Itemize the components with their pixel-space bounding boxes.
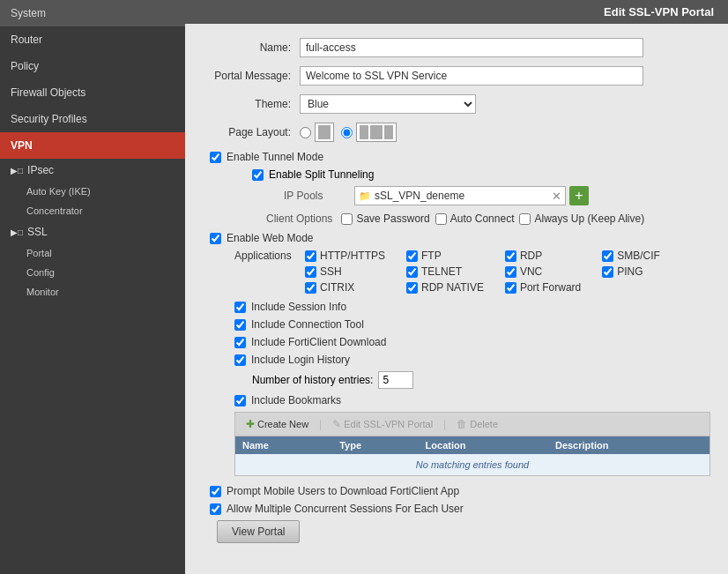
apps-col-4: SMB/CIF PING: [602, 250, 660, 294]
sidebar-group-ssl[interactable]: ▶□ SSL: [0, 220, 185, 243]
edit-icon: ✎: [332, 418, 341, 430]
layout-option-1[interactable]: [300, 123, 334, 142]
app-ping-checkbox[interactable]: [602, 266, 613, 278]
ip-field-inner: 📁 sSL_VPN_deneme: [355, 190, 548, 202]
include-login-row: Include Login History: [234, 354, 710, 366]
layout-radio-1[interactable]: [300, 127, 311, 138]
app-ssh: SSH: [305, 265, 385, 278]
always-up-label: Always Up (Keep Alive): [534, 212, 644, 225]
sidebar-item-policy[interactable]: Policy: [0, 53, 185, 79]
create-new-button[interactable]: ✚ Create New: [242, 416, 312, 432]
plus-icon: ✚: [246, 418, 255, 430]
ip-pool-clear-button[interactable]: ✕: [548, 190, 565, 203]
app-citrix-checkbox[interactable]: [305, 282, 316, 294]
split-tunnel-checkbox[interactable]: [252, 169, 264, 181]
app-port-forward-label: Port Forward: [520, 281, 581, 294]
portal-message-input[interactable]: [300, 66, 643, 86]
include-bookmarks-label: Include Bookmarks: [251, 394, 341, 406]
app-http-checkbox[interactable]: [305, 250, 316, 262]
app-ssh-checkbox[interactable]: [305, 266, 316, 278]
bookmarks-section: ✚ Create New | ✎ Edit SSL-VPN Portal | 🗑…: [234, 412, 710, 476]
folder-icon: 📁: [359, 190, 371, 202]
name-input[interactable]: [300, 38, 643, 57]
name-label: Name:: [203, 41, 300, 54]
page-layout-row: Page Layout:: [203, 123, 710, 142]
history-entries-input[interactable]: [378, 371, 413, 389]
sidebar-item-config[interactable]: Config: [0, 263, 185, 282]
client-options-label: Client Options: [266, 212, 332, 225]
bookmarks-table: Name Type Location Description No matchi…: [234, 436, 710, 476]
always-up-option: Always Up (Keep Alive): [519, 212, 644, 225]
sidebar-item-security-profiles[interactable]: Security Profiles: [0, 106, 185, 132]
app-smb-checkbox[interactable]: [602, 250, 613, 262]
enable-tunnel-checkbox[interactable]: [210, 152, 221, 163]
auto-connect-option: Auto Connect: [435, 212, 515, 225]
save-password-checkbox[interactable]: [341, 213, 353, 225]
app-telnet-checkbox[interactable]: [406, 266, 418, 278]
sidebar-item-portal[interactable]: Portal: [0, 243, 185, 263]
enable-tunnel-row: Enable Tunnel Mode: [203, 151, 710, 163]
include-forticlient-label: Include FortiClient Download: [251, 336, 386, 348]
apps-col-1: HTTP/HTTPS SSH CITRIX: [305, 250, 385, 294]
theme-select[interactable]: Blue Green Red: [300, 94, 476, 114]
split-tunnel-label: Enable Split Tunneling: [269, 168, 374, 181]
edit-button[interactable]: ✎ Edit SSL-VPN Portal: [329, 416, 436, 432]
create-new-label: Create New: [257, 419, 308, 429]
app-ftp-checkbox[interactable]: [406, 250, 418, 262]
auto-connect-checkbox[interactable]: [435, 213, 447, 225]
sidebar-ssl-label: SSL: [27, 226, 48, 238]
separator-2: |: [443, 418, 446, 430]
split-tunnel-row: Enable Split Tunneling IP Pools 📁 sSL_VP…: [252, 168, 710, 225]
app-vnc-checkbox[interactable]: [505, 266, 516, 278]
include-session-checkbox[interactable]: [234, 302, 246, 313]
app-telnet: TELNET: [406, 265, 484, 278]
layout-block-small-1: [360, 125, 368, 139]
sidebar-item-router[interactable]: Router: [0, 26, 185, 53]
include-forticlient-checkbox[interactable]: [234, 337, 246, 348]
app-vnc-label: VNC: [520, 265, 542, 278]
sidebar-item-concentrator[interactable]: Concentrator: [0, 201, 185, 220]
layout-options: [300, 123, 397, 142]
include-login-checkbox[interactable]: [234, 354, 246, 366]
enable-web-mode-row: Enable Web Mode: [203, 232, 710, 244]
enable-web-mode-checkbox[interactable]: [210, 233, 221, 244]
view-portal-button[interactable]: View Portal: [217, 520, 300, 543]
include-bookmarks-checkbox[interactable]: [234, 395, 246, 406]
include-connection-label: Include Connection Tool: [251, 318, 364, 331]
include-connection-row: Include Connection Tool: [234, 318, 710, 331]
save-password-label: Save Password: [356, 212, 429, 225]
sidebar-group-ipsec[interactable]: ▶□ IPsec: [0, 159, 185, 182]
page-layout-label: Page Layout:: [203, 126, 300, 138]
sidebar-item-auto-key[interactable]: Auto Key (IKE): [0, 182, 185, 201]
allow-concurrent-checkbox[interactable]: [210, 503, 221, 515]
app-smb-label: SMB/CIF: [617, 250, 660, 262]
app-smb: SMB/CIF: [602, 250, 660, 262]
sidebar-item-system[interactable]: System: [0, 0, 185, 26]
app-port-forward: Port Forward: [505, 281, 581, 294]
sidebar-item-firewall-objects[interactable]: Firewall Objects: [0, 79, 185, 106]
include-session-row: Include Session Info: [234, 301, 710, 313]
include-bookmarks-row: Include Bookmarks: [234, 394, 710, 406]
layout-block: [318, 125, 331, 139]
sidebar-item-monitor[interactable]: Monitor: [0, 282, 185, 302]
history-entries-label: Number of history entries:: [252, 374, 373, 386]
app-rdp-checkbox[interactable]: [505, 250, 516, 262]
prompt-mobile-checkbox[interactable]: [210, 486, 221, 497]
app-rdp-native-checkbox[interactable]: [406, 282, 418, 294]
portal-message-row: Portal Message:: [203, 66, 710, 86]
app-ftp: FTP: [406, 250, 484, 262]
sidebar-section-vpn[interactable]: VPN: [0, 132, 185, 159]
delete-button[interactable]: 🗑 Delete: [453, 416, 501, 432]
app-ftp-label: FTP: [421, 250, 442, 262]
layout-radio-2[interactable]: [341, 127, 353, 138]
separator-1: |: [319, 418, 322, 430]
layout-block-2: [370, 125, 383, 139]
app-port-forward-checkbox[interactable]: [505, 282, 516, 294]
include-connection-checkbox[interactable]: [234, 319, 246, 331]
app-http: HTTP/HTTPS: [305, 250, 385, 262]
app-rdp-native: RDP NATIVE: [406, 281, 484, 294]
always-up-checkbox[interactable]: [519, 213, 531, 225]
view-portal-section: View Portal: [210, 520, 710, 543]
layout-option-2[interactable]: [341, 123, 397, 142]
ip-pool-add-button[interactable]: +: [569, 186, 589, 205]
